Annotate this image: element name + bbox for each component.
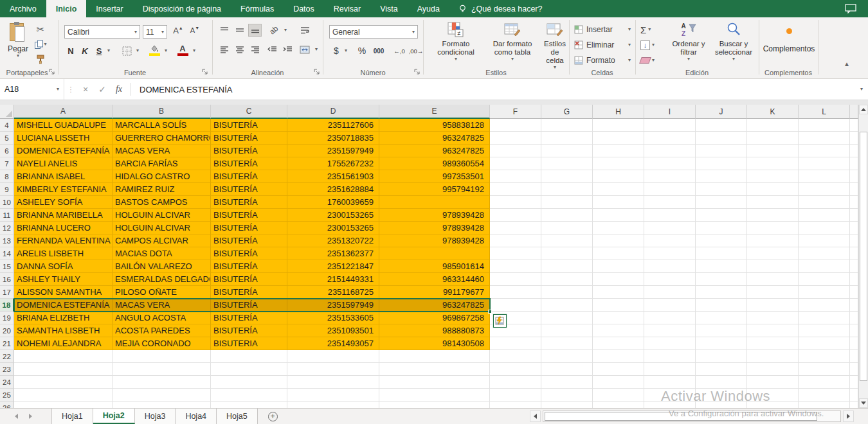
cell-C21[interactable]: BISUTERIA: [211, 337, 287, 350]
cell[interactable]: [696, 234, 747, 247]
column-header-K[interactable]: K: [747, 105, 799, 119]
cell[interactable]: [644, 183, 696, 196]
cell[interactable]: [747, 286, 799, 299]
cell[interactable]: [490, 260, 541, 273]
cell-A19[interactable]: BRIANA ELIZBETH: [14, 312, 113, 324]
cell[interactable]: [850, 222, 858, 234]
cell[interactable]: [593, 312, 644, 324]
decrease-indent-button[interactable]: [265, 43, 279, 56]
cell[interactable]: [799, 363, 850, 376]
cell[interactable]: [593, 363, 644, 376]
column-header-C[interactable]: C: [211, 105, 287, 119]
cell[interactable]: [490, 286, 541, 299]
cell[interactable]: [696, 119, 747, 132]
fill-color-dropdown[interactable]: ▾: [162, 44, 170, 57]
cell[interactable]: [799, 402, 850, 408]
decrease-decimal-button[interactable]: ,00→: [408, 44, 424, 57]
cell-E6[interactable]: 963247825: [379, 145, 490, 157]
cell[interactable]: [696, 376, 747, 389]
font-name-select[interactable]: Calibri ▾: [64, 25, 140, 39]
fill-color-button[interactable]: [147, 43, 162, 57]
row-header-12[interactable]: 12: [0, 222, 14, 234]
copy-button[interactable]: ▾: [33, 39, 48, 50]
cell[interactable]: [379, 376, 490, 389]
cell[interactable]: [747, 350, 799, 363]
cell[interactable]: [696, 260, 747, 273]
cell[interactable]: [490, 337, 541, 350]
cell[interactable]: [850, 337, 858, 350]
cell[interactable]: [593, 132, 644, 145]
ribbon-tab-f-rmulas[interactable]: Fórmulas: [231, 0, 284, 17]
cell[interactable]: [593, 402, 644, 408]
cell[interactable]: [644, 273, 696, 286]
cell[interactable]: [593, 260, 644, 273]
cell-B21[interactable]: MEJIA CORONADO: [113, 337, 211, 350]
cell-E8[interactable]: 997353501: [379, 170, 490, 183]
cell-E13[interactable]: 978939428: [379, 234, 490, 247]
cell-E12[interactable]: 978939428: [379, 222, 490, 234]
cell[interactable]: [799, 222, 850, 234]
cell-C5[interactable]: BISUTERÍA: [211, 132, 287, 145]
cell[interactable]: [696, 209, 747, 222]
cell-D14[interactable]: 2351362377: [287, 247, 379, 260]
cell[interactable]: [490, 234, 541, 247]
cell-B14[interactable]: MACIAS DOTA: [113, 247, 211, 260]
cell[interactable]: [287, 350, 379, 363]
cell-A10[interactable]: ASHELEY SOFÍA: [14, 196, 113, 209]
cell-E10[interactable]: [379, 196, 490, 209]
cell[interactable]: [541, 260, 593, 273]
cell[interactable]: [593, 337, 644, 350]
cell[interactable]: [696, 145, 747, 157]
row-header-21[interactable]: 21: [0, 337, 14, 350]
cell[interactable]: [593, 350, 644, 363]
cell-D17[interactable]: 2351168725: [287, 286, 379, 299]
cell-B9[interactable]: RAMIREZ RUIZ: [113, 183, 211, 196]
cell-E21[interactable]: 981430508: [379, 337, 490, 350]
cell[interactable]: [644, 337, 696, 350]
row-header-8[interactable]: 8: [0, 170, 14, 183]
cell[interactable]: [799, 312, 850, 324]
cell-E17[interactable]: 991179677: [379, 286, 490, 299]
cell[interactable]: [747, 157, 799, 170]
cell-D13[interactable]: 2351320722: [287, 234, 379, 247]
merge-dropdown[interactable]: ▾: [312, 43, 320, 56]
row-header-18[interactable]: 18: [0, 299, 14, 312]
wrap-text-button[interactable]: [297, 24, 312, 37]
cell[interactable]: [490, 209, 541, 222]
cell-E4[interactable]: 958838128: [379, 119, 490, 132]
row-header-24[interactable]: 24: [0, 376, 14, 389]
cell[interactable]: [644, 402, 696, 408]
horizontal-scrollbar-thumb[interactable]: [545, 412, 817, 421]
cell[interactable]: [747, 209, 799, 222]
cell-B20[interactable]: ACOSTA PAREDES: [113, 324, 211, 337]
cell[interactable]: [644, 260, 696, 273]
font-color-button[interactable]: A: [175, 43, 190, 57]
row-header-9[interactable]: 9: [0, 183, 14, 196]
cell[interactable]: [850, 350, 858, 363]
format-painter-button[interactable]: [33, 53, 48, 65]
align-right-button[interactable]: [248, 43, 262, 56]
cell[interactable]: [211, 402, 287, 408]
cell-B12[interactable]: HOLGUIN ALCIVAR: [113, 222, 211, 234]
cell[interactable]: [747, 145, 799, 157]
row-header-25[interactable]: 25: [0, 389, 14, 402]
cell[interactable]: [747, 247, 799, 260]
bold-button[interactable]: N: [64, 44, 77, 57]
shrink-font-button[interactable]: A▼: [188, 24, 202, 37]
cell[interactable]: [696, 183, 747, 196]
fill-handle[interactable]: [488, 310, 492, 314]
cell[interactable]: [14, 350, 113, 363]
cell[interactable]: [541, 234, 593, 247]
cell[interactable]: [490, 376, 541, 389]
format-cells-button[interactable]: Formato ▾: [574, 54, 631, 67]
row-header-6[interactable]: 6: [0, 145, 14, 157]
cell[interactable]: [541, 183, 593, 196]
cell[interactable]: [644, 324, 696, 337]
cell[interactable]: [541, 324, 593, 337]
cell[interactable]: [541, 209, 593, 222]
cell[interactable]: [541, 222, 593, 234]
clear-button[interactable]: ▾: [640, 54, 662, 67]
cell[interactable]: [696, 402, 747, 408]
cell[interactable]: [287, 363, 379, 376]
cell[interactable]: [850, 389, 858, 402]
